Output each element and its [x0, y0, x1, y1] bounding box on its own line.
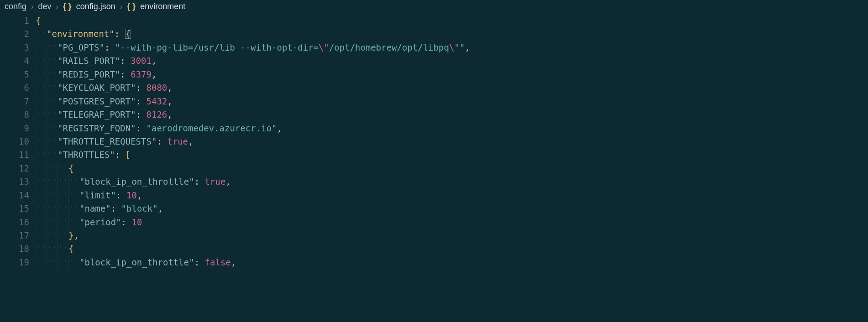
code-line[interactable]: 12{	[0, 162, 868, 175]
code-content[interactable]: "environment": {	[47, 27, 131, 41]
code-line[interactable]: 1{	[0, 14, 868, 27]
json-key: "name"	[79, 203, 111, 213]
line-number[interactable]: 4	[0, 54, 36, 68]
code-line[interactable]: 16"period": 10	[0, 216, 868, 229]
code-line[interactable]: 3"PG_OPTS": "--with-pg-lib=/usr/lib --wi…	[0, 41, 868, 54]
boolean-token: true	[205, 177, 226, 187]
boolean-token: false	[205, 257, 231, 267]
string-quote: "	[460, 42, 465, 52]
string-quote: "	[152, 203, 157, 213]
line-number[interactable]: 3	[0, 41, 36, 54]
code-content[interactable]: {	[68, 162, 73, 175]
code-line[interactable]: 2"environment": {	[0, 27, 868, 41]
line-number[interactable]: 1	[0, 14, 36, 27]
line-number[interactable]: 18	[0, 242, 36, 255]
editor-root: config › dev › { } config.json › { } env…	[0, 0, 868, 322]
code-line[interactable]: 11"THROTTLES": [	[0, 148, 868, 161]
code-line[interactable]: 19"block_ip_on_throttle": false,	[0, 256, 868, 269]
line-number[interactable]: 14	[0, 189, 36, 202]
indent-guide	[68, 189, 79, 202]
brace-token: {	[68, 244, 73, 254]
breadcrumb-item-config[interactable]: config	[5, 2, 26, 11]
json-key: "RAILS_PORT"	[58, 56, 120, 66]
indent-guide	[36, 41, 47, 54]
code-line[interactable]: 10"THROTTLE_REQUESTS": true,	[0, 135, 868, 148]
code-line[interactable]: 7"POSTGRES_PORT": 5432,	[0, 95, 868, 108]
code-content[interactable]: },	[68, 229, 79, 242]
indent-guide	[36, 135, 47, 148]
indent-guide	[58, 256, 68, 269]
line-number[interactable]: 2	[0, 27, 36, 41]
code-content[interactable]: "THROTTLE_REQUESTS": true,	[58, 135, 193, 148]
colon-token: :	[136, 83, 146, 93]
number-token: 5432	[146, 96, 167, 106]
line-number[interactable]: 19	[0, 256, 36, 269]
breadcrumb-item-dev[interactable]: dev	[38, 2, 51, 11]
indent-guide	[47, 68, 58, 81]
cursor-brace-token: {	[125, 29, 131, 39]
indent-guide	[36, 256, 47, 269]
line-number[interactable]: 6	[0, 81, 36, 94]
line-number[interactable]: 16	[0, 216, 36, 229]
code-line[interactable]: 8"TELEGRAF_PORT": 8126,	[0, 108, 868, 121]
code-content[interactable]: {	[36, 14, 41, 27]
indent-guide	[47, 135, 58, 148]
code-content[interactable]: "TELEGRAF_PORT": 8126,	[58, 108, 173, 121]
code-content[interactable]: "REGISTRY_FQDN": "aerodromedev.azurecr.i…	[58, 122, 282, 135]
number-token: 10	[126, 190, 137, 200]
code-content[interactable]: "name": "block",	[79, 202, 163, 215]
code-line[interactable]: 5"REDIS_PORT": 6379,	[0, 68, 868, 81]
code-line[interactable]: 17},	[0, 229, 868, 242]
line-number[interactable]: 17	[0, 229, 36, 242]
line-number[interactable]: 11	[0, 148, 36, 161]
line-number[interactable]: 13	[0, 175, 36, 188]
code-content[interactable]: "THROTTLES": [	[58, 148, 131, 161]
code-line[interactable]: 13"block_ip_on_throttle": true,	[0, 175, 868, 188]
json-key: "period"	[79, 217, 121, 227]
line-number[interactable]: 9	[0, 122, 36, 135]
colon-token: :	[111, 203, 121, 213]
code-line[interactable]: 18{	[0, 242, 868, 255]
code-line[interactable]: 14"limit": 10,	[0, 189, 868, 202]
line-number[interactable]: 10	[0, 135, 36, 148]
code-content[interactable]: "period": 10	[79, 216, 142, 229]
line-number[interactable]: 8	[0, 108, 36, 121]
code-line[interactable]: 9"REGISTRY_FQDN": "aerodromedev.azurecr.…	[0, 122, 868, 135]
brace-token: }	[68, 230, 73, 240]
line-number[interactable]: 12	[0, 162, 36, 175]
indent-guide	[47, 162, 58, 175]
json-braces-icon: { }	[63, 2, 72, 11]
json-key: "POSTGRES_PORT"	[58, 96, 136, 106]
code-content[interactable]: {	[68, 242, 73, 255]
punct-token: ,	[225, 177, 230, 187]
punct-token: ,	[465, 42, 470, 52]
punct-token: ,	[137, 190, 142, 200]
indent-guide	[58, 189, 68, 202]
breadcrumb-item-symbol[interactable]: environment	[140, 2, 185, 11]
code-content[interactable]: "POSTGRES_PORT": 5432,	[58, 95, 173, 108]
chevron-right-icon: ›	[31, 3, 33, 11]
code-content[interactable]: "REDIS_PORT": 6379,	[58, 68, 157, 81]
code-line[interactable]: 4"RAILS_PORT": 3001,	[0, 54, 868, 68]
code-line[interactable]: 15"name": "block",	[0, 202, 868, 215]
boolean-token: true	[167, 136, 188, 146]
indent-guide	[68, 202, 79, 215]
code-content[interactable]: "block_ip_on_throttle": true,	[79, 175, 231, 188]
code-content[interactable]: "KEYCLOAK_PORT": 8080,	[58, 81, 173, 94]
indent-guide	[36, 229, 47, 242]
line-number[interactable]: 15	[0, 202, 36, 215]
code-content[interactable]: "RAILS_PORT": 3001,	[58, 54, 157, 68]
indent-guide	[58, 162, 68, 175]
code-content[interactable]: "block_ip_on_throttle": false,	[79, 256, 236, 269]
punct-token: ,	[167, 96, 172, 106]
code-line[interactable]: 6"KEYCLOAK_PORT": 8080,	[0, 81, 868, 94]
punct-token: ,	[167, 109, 172, 119]
line-number[interactable]: 7	[0, 95, 36, 108]
breadcrumb-item-file[interactable]: config.json	[76, 2, 115, 11]
code-content[interactable]: "PG_OPTS": "--with-pg-lib=/usr/lib --wit…	[58, 41, 470, 54]
indent-guide	[47, 95, 58, 108]
code-content[interactable]: "limit": 10,	[79, 189, 142, 202]
line-number[interactable]: 5	[0, 68, 36, 81]
colon-token: :	[194, 257, 205, 267]
code-editor[interactable]: 1{2"environment": {3"PG_OPTS": "--with-p…	[0, 14, 868, 322]
